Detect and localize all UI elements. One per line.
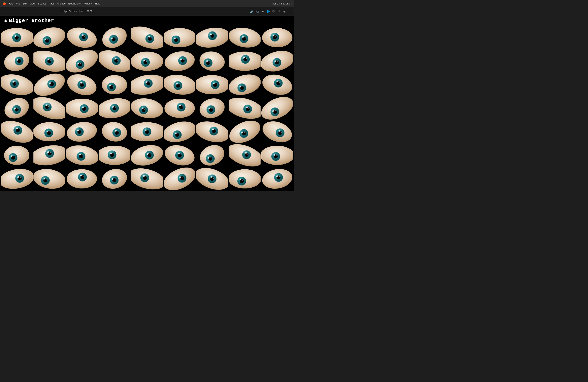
eyeball-cell (131, 26, 163, 49)
toolbar-icons-right: 🔗 📷 ✉ 🌐 🛡 ↺ ⊕ ⋯ (250, 10, 292, 13)
refresh-icon[interactable]: ↺ (277, 10, 281, 13)
menu-archive[interactable]: Archive (57, 2, 65, 5)
eyeball-cell (33, 26, 65, 49)
svg-point-664 (276, 155, 277, 156)
menu-edit[interactable]: Edit (23, 2, 27, 5)
eyeball-cell (99, 168, 130, 190)
eyeball-cell (229, 168, 261, 190)
eyeball-cell (66, 120, 98, 143)
svg-point-605 (113, 154, 113, 154)
svg-point-568 (14, 157, 14, 157)
eyeball-cell (33, 120, 65, 143)
eyeball-cell (66, 144, 98, 167)
eyeball-cell (33, 50, 65, 73)
eyeball-cell (99, 144, 130, 167)
eyeball-cell (229, 26, 261, 49)
eyeball-cell (33, 144, 65, 167)
eyeball-cell (261, 144, 293, 167)
svg-point-72 (177, 39, 177, 40)
svg-point-209 (246, 58, 247, 59)
eyeball-cell (99, 120, 130, 143)
svg-point-172 (146, 61, 147, 62)
svg-point-752 (210, 176, 212, 178)
eyeball-cell (164, 168, 196, 190)
eyeball-cell (261, 120, 293, 143)
svg-point-109 (275, 36, 276, 37)
eyeball-cell (33, 97, 65, 120)
menu-help[interactable]: Help (95, 2, 100, 5)
info-icon: i (59, 10, 59, 13)
eyeball-cell (164, 73, 196, 96)
globe-icon[interactable]: 🌐 (266, 10, 270, 13)
eyeball-cell (229, 120, 261, 143)
menubar: 🍎 Arc File Edit View Spaces Tabs Archive… (0, 0, 294, 7)
eyeball-cell (196, 73, 228, 96)
eyeball-cell (99, 97, 130, 120)
eyeball-cell (261, 50, 293, 73)
url-display: http://localhost:3000 (61, 10, 93, 13)
eyeball-cell (261, 97, 293, 120)
eyeball-cell (131, 144, 163, 167)
extension-icon[interactable]: ⊕ (283, 10, 286, 13)
shield-icon[interactable]: 🛡 (272, 10, 275, 13)
eyeball-cell (196, 97, 228, 120)
url-bar[interactable]: i http://localhost:3000 (59, 10, 136, 13)
eyeball-cell (131, 97, 163, 120)
svg-point-505 (147, 131, 148, 131)
eyeball-cell (196, 120, 228, 143)
svg-point-701 (83, 176, 84, 177)
eyeball-cell (164, 50, 196, 73)
mail-icon[interactable]: ✉ (261, 10, 264, 13)
eyeball-cell (99, 26, 130, 49)
eyeball-cell (261, 168, 293, 190)
browser-content: ◉ Bigger Brother (0, 16, 294, 191)
eyeball-cell (66, 97, 98, 120)
menu-spaces[interactable]: Spaces (38, 2, 46, 5)
menu-extensions[interactable]: Extensions (68, 2, 81, 5)
eyeball-cell (229, 97, 261, 120)
eye-bullet-icon: ◉ (4, 19, 7, 23)
svg-point-368 (85, 108, 86, 108)
dots-icon[interactable]: ⋯ (288, 10, 292, 13)
camera-icon[interactable]: 📷 (255, 10, 259, 13)
menubar-left: 🍎 Arc File Edit View Spaces Tabs Archive… (2, 2, 100, 5)
menu-tabs[interactable]: Tabs (49, 2, 54, 5)
svg-point-309 (216, 84, 217, 84)
eyeball-cell (164, 26, 196, 49)
eyeball-cell (66, 168, 98, 190)
menu-file[interactable]: File (16, 2, 20, 5)
menu-view[interactable]: View (30, 2, 35, 5)
eyeball-cell (1, 168, 33, 190)
svg-point-764 (242, 180, 243, 181)
eyeball-cell (196, 26, 228, 49)
eyeball-cell (66, 73, 98, 96)
eyeball-cell (99, 73, 130, 96)
svg-point-272 (112, 86, 113, 86)
eyeball-cell (196, 168, 228, 190)
eyeball-cell (66, 50, 98, 73)
link-icon[interactable]: 🔗 (250, 10, 253, 13)
eyeball-cell (131, 73, 163, 96)
eyeball-cell (164, 97, 196, 120)
page-title: Bigger Brother (9, 18, 54, 23)
eyeball-cell (229, 144, 261, 167)
eyeball-cell (229, 73, 261, 96)
eyeball-cell (196, 50, 228, 73)
menubar-right: Sun 24. Sep 08:03 (273, 2, 292, 5)
eyeball-grid (0, 25, 294, 191)
eyeball-cell (1, 120, 33, 143)
svg-point-13 (17, 37, 18, 37)
menu-window[interactable]: Window (84, 2, 92, 5)
eyeball-cell (131, 120, 163, 143)
eyeball-cell (1, 26, 33, 49)
page-title-bar: ◉ Bigger Brother (0, 16, 294, 25)
menu-arc[interactable]: Arc (9, 2, 13, 5)
eyeball-cell (261, 26, 293, 49)
eyeball-cell (66, 26, 98, 49)
svg-point-552 (279, 130, 280, 132)
eyeball-cell (33, 168, 65, 190)
eyeball-cell (1, 144, 33, 167)
eyeball-cell (131, 168, 163, 190)
svg-point-256 (80, 82, 82, 84)
apple-menu[interactable]: 🍎 (2, 2, 6, 5)
